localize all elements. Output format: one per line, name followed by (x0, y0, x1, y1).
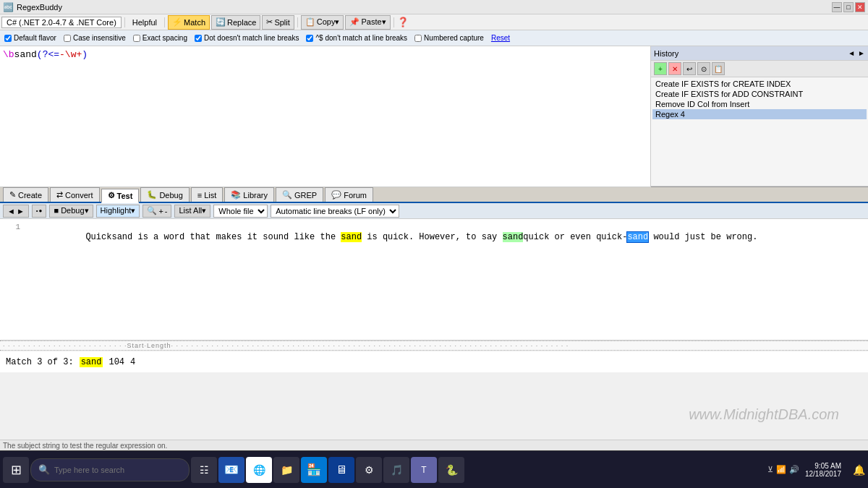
opt-exact[interactable]: Exact spacing (133, 34, 187, 42)
forum-icon: 💬 (331, 190, 341, 200)
case-checkbox[interactable] (64, 35, 71, 42)
regex-editor-panel: \bsand(?<=-\w+) (0, 46, 651, 187)
numbered-checkbox[interactable] (414, 35, 422, 42)
toolbar-nav-icons[interactable]: ◄ ► (3, 205, 29, 218)
history-delete-button[interactable]: ✕ (668, 62, 681, 75)
history-item-4[interactable]: Regex 4 (652, 109, 867, 119)
start-button[interactable]: ⊞ (3, 457, 29, 483)
taskbar-code[interactable]: 🖥 (328, 457, 354, 483)
history-list: Create IF EXISTS for CREATE INDEX Create… (651, 77, 868, 186)
opt-flavor[interactable]: Default flavor (4, 34, 56, 42)
list-all-btn[interactable]: List All▾ (174, 205, 210, 218)
exact-checkbox[interactable] (133, 35, 140, 42)
text-after-sand1: is quick. However, to say (362, 232, 502, 242)
paste-label: Paste▾ (361, 17, 386, 27)
reset-link[interactable]: Reset (491, 34, 510, 42)
taskbar-app3[interactable]: T (411, 457, 437, 483)
watermark-text: www.MidnightDBA.com (689, 406, 839, 422)
tab-grep[interactable]: 🔍 GREP (276, 187, 323, 202)
line-breaks-dropdown[interactable]: Automatic line breaks (LF only) No line … (271, 205, 399, 218)
regex-text: sand (14, 49, 37, 60)
copy-button[interactable]: 📋 Copy▾ (301, 15, 344, 30)
paste-icon: 📌 (349, 17, 359, 27)
debug-btn[interactable]: ■ Debug▾ (49, 205, 93, 218)
copy-label: Copy▾ (317, 17, 340, 27)
opt-case[interactable]: Case insensitive (64, 34, 126, 42)
zoom-btn[interactable]: 🔍 + - (142, 205, 171, 218)
match-length: 4 (130, 357, 135, 367)
zoom-in-icon: + (158, 207, 163, 215)
regex-display: \bsand(?<=-\w+) (0, 46, 650, 187)
menu-language[interactable]: C# (.NET 2.0-4.7 & .NET Core) (1, 17, 122, 28)
clock-time: 9:05 AM (805, 462, 841, 470)
match-icon: ⚡ (172, 17, 182, 27)
taskbar-chrome[interactable]: 🌐 (246, 457, 272, 483)
close-button[interactable]: ✕ (855, 2, 865, 12)
dollar-checkbox[interactable] (306, 35, 313, 42)
history-item-1[interactable]: Create IF EXISTS for CREATE INDEX (652, 79, 867, 89)
tab-debug[interactable]: 🐛 Debug (140, 187, 189, 202)
paste-button[interactable]: 📌 Paste▾ (345, 15, 390, 30)
history-nav-right[interactable]: ► (858, 49, 865, 57)
history-item-3[interactable]: Remove ID Col from Insert (652, 99, 867, 109)
highlight-btn[interactable]: Highlight▾ (96, 205, 140, 218)
test-toolbar: ◄ ► • ● ■ Debug▾ Highlight▾ 🔍 + - (0, 203, 868, 219)
volume-icon: 🔊 (789, 465, 799, 474)
title-bar: 🔤 RegexBuddy — □ ✕ (0, 0, 868, 14)
taskbar-search[interactable]: 🔍 (30, 458, 190, 481)
tab-create[interactable]: ✎ Create (3, 187, 48, 202)
opt-dollar[interactable]: ^$ don't match at line breaks (306, 34, 407, 42)
scope-dropdown[interactable]: Whole file Selection (213, 205, 268, 218)
taskbar-explorer[interactable]: 📁 (273, 457, 299, 483)
options-bar: Default flavor Case insensitive Exact sp… (0, 30, 868, 46)
app-title: RegexBuddy (17, 3, 62, 12)
split-label: Split (274, 18, 289, 27)
opt-dot[interactable]: Dot doesn't match line breaks (195, 34, 299, 42)
history-pin-button[interactable]: ⊙ (697, 62, 710, 75)
dot-checkbox[interactable] (195, 35, 202, 42)
split-button[interactable]: ✂ Split (262, 15, 294, 30)
test-text-area[interactable]: 1 Quicksand is a word that makes it soun… (0, 219, 868, 341)
taskview-button[interactable]: ☷ (191, 457, 217, 483)
tab-forum[interactable]: 💬 Forum (325, 187, 373, 202)
minimize-button[interactable]: — (832, 2, 842, 12)
restore-button[interactable]: □ (843, 2, 854, 12)
split-icon: ✂ (266, 17, 273, 27)
notification-icon[interactable]: 🔔 (853, 464, 865, 476)
text-end: would just be wrong. (648, 232, 757, 242)
tab-list[interactable]: ≡ List (191, 187, 224, 202)
help-icon[interactable]: ❓ (397, 17, 409, 27)
regex-lookahead: (?<= (37, 49, 59, 60)
test-line-1: 1 Quicksand is a word that makes it soun… (6, 222, 862, 252)
library-label: Library (243, 191, 268, 200)
taskbar-app2[interactable]: 🎵 (383, 457, 409, 483)
taskbar-search-input[interactable] (54, 466, 170, 474)
history-undo-button[interactable]: ↩ (683, 62, 696, 75)
replace-button[interactable]: 🔄 Replace (211, 15, 260, 30)
history-nav-left[interactable]: ◄ (848, 49, 855, 57)
dot-btns[interactable]: • ● (32, 205, 47, 218)
taskbar-app1[interactable]: ⚙ (356, 457, 382, 483)
match-button[interactable]: ⚡ Match (168, 15, 210, 30)
tab-library[interactable]: 📚 Library (224, 187, 274, 202)
taskbar-app4[interactable]: 🐍 (438, 457, 464, 483)
match-sand-1: sand (341, 232, 362, 242)
menu-bar: C# (.NET 2.0-4.7 & .NET Core) Helpful ⚡ … (0, 14, 868, 30)
test-label: Test (117, 192, 133, 200)
clock[interactable]: 9:05 AM 12/18/2017 (805, 462, 847, 478)
convert-label: Convert (65, 191, 93, 200)
tab-test[interactable]: ⚙ Test (101, 189, 140, 203)
match-sand2-prefix: sand (503, 232, 524, 242)
menu-helpful[interactable]: Helpful (128, 17, 161, 28)
opt-numbered[interactable]: Numbered capture (414, 34, 484, 42)
history-toolbar: + ✕ ↩ ⊙ 📋 (651, 61, 868, 77)
history-item-2[interactable]: Create IF EXISTS for ADD CONSTRAINT (652, 89, 867, 99)
taskbar-store[interactable]: 🏪 (301, 457, 327, 483)
history-copy-button[interactable]: 📋 (712, 62, 725, 75)
match-bar: Match 3 of 3: sand 104 4 (0, 351, 868, 372)
tab-convert[interactable]: ⇄ Convert (50, 187, 100, 202)
match-of-label: Match 3 of 3: (6, 357, 74, 367)
history-add-button[interactable]: + (654, 62, 667, 75)
taskbar-outlook[interactable]: 📧 (218, 457, 244, 483)
flavor-checkbox[interactable] (4, 35, 12, 42)
